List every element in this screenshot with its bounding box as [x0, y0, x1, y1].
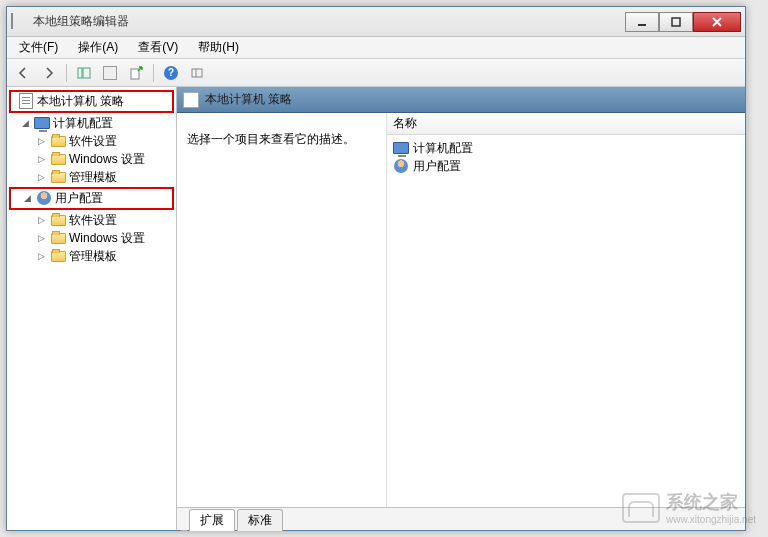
- tree-admin-templates[interactable]: ▷ 管理模板: [7, 247, 176, 265]
- tab-standard[interactable]: 标准: [237, 509, 283, 531]
- menu-action[interactable]: 操作(A): [68, 37, 128, 58]
- back-button[interactable]: [11, 62, 35, 84]
- tree-node-label: Windows 设置: [69, 151, 145, 168]
- list-row-label: 用户配置: [413, 158, 461, 175]
- computer-icon: [34, 115, 50, 131]
- expand-icon[interactable]: ▷: [35, 250, 47, 262]
- column-header-label: 名称: [393, 115, 417, 132]
- tree-root[interactable]: 本地计算机 策略: [11, 92, 172, 110]
- close-button[interactable]: [693, 12, 741, 32]
- menu-view[interactable]: 查看(V): [128, 37, 188, 58]
- tree-node-label: 管理模板: [69, 248, 117, 265]
- column-header-name[interactable]: 名称: [387, 113, 745, 135]
- description-text: 选择一个项目来查看它的描述。: [187, 132, 355, 146]
- collapse-icon[interactable]: ◢: [19, 117, 31, 129]
- tree-windows-settings[interactable]: ▷ Windows 设置: [7, 229, 176, 247]
- expand-icon[interactable]: ▷: [35, 135, 47, 147]
- folder-icon: [50, 151, 66, 167]
- expand-icon[interactable]: ▷: [35, 214, 47, 226]
- menu-file[interactable]: 文件(F): [9, 37, 68, 58]
- tree-node-label: 软件设置: [69, 133, 117, 150]
- tabs-row: 扩展 标准: [177, 508, 745, 530]
- export-button[interactable]: [124, 62, 148, 84]
- app-icon: [11, 14, 27, 30]
- detail-pane: 本地计算机 策略 选择一个项目来查看它的描述。 名称 计算机配置: [177, 87, 745, 530]
- tree-node-label: Windows 设置: [69, 230, 145, 247]
- window-controls: [625, 12, 741, 32]
- detail-body: 选择一个项目来查看它的描述。 名称 计算机配置 用户配置: [177, 113, 745, 508]
- toolbar-separator: [66, 64, 67, 82]
- tab-extended[interactable]: 扩展: [189, 509, 235, 531]
- svg-rect-1: [672, 18, 680, 26]
- window-title: 本地组策略编辑器: [33, 13, 625, 30]
- folder-icon: [50, 169, 66, 185]
- maximize-button[interactable]: [659, 12, 693, 32]
- computer-icon: [393, 140, 409, 156]
- svg-rect-5: [192, 69, 202, 77]
- tree-pane[interactable]: 本地计算机 策略 ◢ 计算机配置 ▷ 软件设置 ▷ Windows 设置 ▷: [7, 87, 177, 530]
- detail-header-title: 本地计算机 策略: [205, 91, 292, 108]
- collapse-icon[interactable]: ◢: [21, 192, 33, 204]
- tree-computer-label: 计算机配置: [53, 115, 113, 132]
- folder-icon: [50, 212, 66, 228]
- toolbar: ?: [7, 59, 745, 87]
- tree-software-settings[interactable]: ▷ 软件设置: [7, 211, 176, 229]
- menubar: 文件(F) 操作(A) 查看(V) 帮助(H): [7, 37, 745, 59]
- minimize-button[interactable]: [625, 12, 659, 32]
- svg-rect-2: [78, 68, 82, 78]
- filter-button[interactable]: [185, 62, 209, 84]
- highlight-user: ◢ 用户配置: [9, 187, 174, 210]
- folder-icon: [50, 230, 66, 246]
- expand-icon[interactable]: ▷: [35, 232, 47, 244]
- list-row-label: 计算机配置: [413, 140, 473, 157]
- tab-splitter[interactable]: [181, 530, 187, 531]
- expand-icon[interactable]: ▷: [35, 171, 47, 183]
- user-icon: [36, 190, 52, 206]
- policy-icon: [183, 92, 199, 108]
- list-row-computer[interactable]: 计算机配置: [389, 139, 743, 157]
- expand-icon[interactable]: ▷: [35, 153, 47, 165]
- folder-icon: [50, 248, 66, 264]
- list-column: 名称 计算机配置 用户配置: [387, 113, 745, 507]
- toolbar-separator: [153, 64, 154, 82]
- menu-help[interactable]: 帮助(H): [188, 37, 249, 58]
- titlebar: 本地组策略编辑器: [7, 7, 745, 37]
- properties-button[interactable]: [98, 62, 122, 84]
- highlight-root: 本地计算机 策略: [9, 90, 174, 113]
- detail-header: 本地计算机 策略: [177, 87, 745, 113]
- tree-node-label: 软件设置: [69, 212, 117, 229]
- show-tree-button[interactable]: [72, 62, 96, 84]
- policy-icon: [18, 93, 34, 109]
- tree-node-label: 管理模板: [69, 169, 117, 186]
- tree-root-label: 本地计算机 策略: [37, 93, 124, 110]
- folder-icon: [50, 133, 66, 149]
- app-window: 本地组策略编辑器 文件(F) 操作(A) 查看(V) 帮助(H) ? 本地计算机…: [6, 6, 746, 531]
- forward-button[interactable]: [37, 62, 61, 84]
- user-icon: [393, 158, 409, 174]
- description-column: 选择一个项目来查看它的描述。: [177, 113, 387, 507]
- tree-user-config[interactable]: ◢ 用户配置: [11, 189, 172, 207]
- svg-rect-3: [83, 68, 90, 78]
- list-row-user[interactable]: 用户配置: [389, 157, 743, 175]
- tree-user-label: 用户配置: [55, 190, 103, 207]
- content-area: 本地计算机 策略 ◢ 计算机配置 ▷ 软件设置 ▷ Windows 设置 ▷: [7, 87, 745, 530]
- tree-software-settings[interactable]: ▷ 软件设置: [7, 132, 176, 150]
- tree-admin-templates[interactable]: ▷ 管理模板: [7, 168, 176, 186]
- tree-windows-settings[interactable]: ▷ Windows 设置: [7, 150, 176, 168]
- tree-computer-config[interactable]: ◢ 计算机配置: [7, 114, 176, 132]
- svg-rect-0: [638, 24, 646, 26]
- help-button[interactable]: ?: [159, 62, 183, 84]
- list-items: 计算机配置 用户配置: [387, 135, 745, 179]
